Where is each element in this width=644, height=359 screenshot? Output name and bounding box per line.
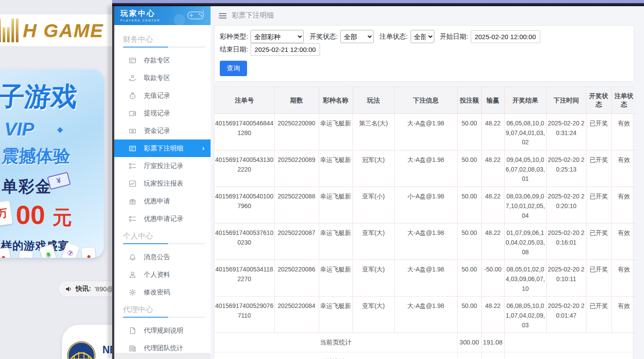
table-cell: 20250220089 [274, 150, 319, 187]
sidebar-item-label: 资金记录 [144, 127, 170, 135]
ticker-text: '890@ [95, 285, 113, 293]
column-header: 下注时间 [546, 87, 586, 114]
table-cell: 幸运飞艇新 [319, 260, 353, 297]
order-status-select[interactable]: 全部 [411, 30, 434, 43]
table-cell: 已开奖 [586, 150, 611, 187]
table-cell: 401569174005290767110 [215, 297, 274, 333]
table-cell: 20250220090 [274, 114, 319, 150]
summary-row: 当前页统计300.00191.08 [215, 333, 636, 352]
wallet-icon [129, 110, 136, 117]
top-strip-dark [112, 3, 644, 6]
player-center-panel: 玩家中心 PLAYERS CENTER 财务中心存款专区取款专区充值记录提现记录… [112, 0, 644, 359]
table-cell: 亚军(小) [353, 187, 394, 223]
banknote-icon [129, 127, 136, 135]
table-cell: 50.00 [457, 297, 481, 333]
table-cell: 幸运飞艇新 [319, 187, 353, 223]
money-bag-icon [129, 92, 136, 99]
list-check-icon [129, 215, 136, 223]
summary-winloss-total: 191.08 [481, 352, 504, 359]
hand-money-icon [129, 74, 136, 82]
table-cell: -50.00 [481, 260, 504, 297]
section-title: 代理中心 [123, 304, 211, 315]
table-cell: 401569174005341182270 [215, 260, 274, 297]
table-cell: 已开奖 [586, 297, 611, 333]
sidebar-item-bank-card[interactable]: 存款专区 [114, 51, 211, 69]
table-cell: 2025-02-20 20:10:11 [546, 260, 586, 297]
sidebar: 玩家中心 PLAYERS CENTER 财务中心存款专区取款专区充值记录提现记录… [114, 6, 211, 359]
mahjong-tile-decor: ● [81, 246, 97, 258]
table-cell: 48.22 [481, 114, 504, 150]
table-cell: 冠军(大) [353, 150, 394, 187]
hh-game-logo: H GAME [23, 20, 104, 41]
sidebar-item-gear[interactable]: 修改密码 [114, 283, 211, 301]
lottery-type-select[interactable]: 全部彩种 [251, 30, 304, 43]
sidebar-item-label: 优惠申请 [144, 197, 170, 205]
table-cell: 401569174005401007960 [215, 187, 274, 223]
summary-bet-total: 300.00 [457, 352, 481, 359]
sidebar-item-label: 优惠申请记录 [144, 215, 183, 223]
sidebar-item-user[interactable]: 个人资料 [114, 266, 211, 283]
table-cell: 幸运飞艇新 [319, 297, 353, 333]
draw-status-label: 开奖状态: [309, 33, 338, 41]
sidebar-item-list-card[interactable]: 彩票下注明细› [114, 139, 211, 157]
menu-toggle-icon[interactable] [218, 12, 227, 19]
table-cell: 幸运飞艇新 [319, 114, 353, 150]
sidebar-item-label: 个人资料 [144, 271, 170, 279]
table-cell: 有效 [611, 114, 636, 150]
query-button[interactable]: 查询 [220, 61, 247, 76]
banner-line5: 00 元 [16, 200, 72, 231]
table-cell: 亚军(大) [353, 297, 394, 333]
table-row: 40156917400529076711020250220084幸运飞艇新亚军(… [215, 297, 636, 333]
bets-table-wrap: 注单号期数彩种名称玩法下注信息投注额输赢开奖结果下注时间开奖状态注单状态 401… [214, 87, 633, 359]
table-cell: 有效 [611, 150, 636, 187]
sidebar-item-label: 代理规则说明 [144, 326, 183, 335]
table-cell: 20250220087 [274, 223, 319, 260]
sidebar-header: 玩家中心 PLAYERS CENTER [114, 6, 211, 25]
start-date-input[interactable] [471, 30, 540, 43]
ticker-label: 快讯: [76, 285, 91, 293]
summary-label: 总统计 [215, 352, 457, 359]
sidebar-item-newspaper[interactable]: 代理团队统计 [114, 339, 211, 357]
lottery-type-label: 彩种类型: [220, 33, 248, 41]
order-status-label: 注单状态: [379, 33, 408, 41]
column-header: 期数 [274, 87, 319, 114]
table-cell: 48.22 [481, 187, 504, 223]
sidebar-item-gift[interactable]: 优惠申请 [114, 192, 211, 210]
table-cell: 2025-02-20 20:01:47 [546, 297, 586, 333]
sidebar-item-money-bag[interactable]: 充值记录 [114, 87, 211, 104]
sidebar-item-list-check[interactable]: 厅室投注记录 [114, 157, 211, 175]
table-cell: 48.22 [481, 150, 504, 187]
column-header: 下注信息 [394, 87, 457, 114]
section-title: 个人中心 [123, 231, 211, 241]
promo-banner: 子游戏 VIP ◆ 震撼体验 单彩金 ¥ 万 00 元 样的游戏盛宴 ● ● ②… [0, 70, 104, 258]
top-strip-lavender [112, 0, 644, 3]
sidebar-item-hand-money[interactable]: 取款专区 [114, 69, 211, 87]
table-row: 40156917400543130222020250220089幸运飞艇新冠军(… [215, 150, 636, 187]
mahjong-tile-decor: 万 [0, 200, 13, 226]
table-cell: 20250220084 [274, 297, 319, 333]
table-cell: 48.22 [481, 297, 504, 333]
table-cell: 50.00 [457, 150, 481, 187]
sidebar-item-wallet[interactable]: 提现记录 [114, 104, 211, 122]
sidebar-item-banknote[interactable]: 资金记录 [114, 122, 211, 139]
table-header-row: 注单号期数彩种名称玩法下注信息投注额输赢开奖结果下注时间开奖状态注单状态 [215, 87, 636, 114]
column-header: 彩种名称 [319, 87, 353, 114]
sidebar-item-list-check[interactable]: 优惠申请记录 [114, 210, 211, 227]
banner-line6: 样的游戏盛宴 [1, 238, 69, 253]
end-date-input[interactable] [251, 43, 320, 56]
column-header: 开奖状态 [586, 87, 611, 114]
sidebar-item-document[interactable]: 代理规则说明 [114, 322, 211, 339]
page-title: 彩票下注明细 [232, 11, 274, 20]
column-header: 注单状态 [611, 87, 636, 114]
table-row: 40156917400540100796020250220088幸运飞艇新亚军(… [215, 187, 636, 223]
table-cell: 06,05,08,10,09,07,04,01,03,02 [504, 114, 546, 150]
sidebar-item-bell[interactable]: 消息公告 [114, 248, 211, 266]
speaker-icon [65, 286, 72, 293]
table-cell: 401569174005468441280 [215, 114, 274, 150]
summary-winloss-total: 191.08 [481, 333, 504, 352]
sidebar-item-chart-report[interactable]: 玩家投注报表 [114, 175, 211, 192]
table-cell: 大-A盘@1.98 [394, 297, 457, 333]
draw-status-select[interactable]: 全部 [340, 30, 374, 43]
section-underline [123, 243, 205, 244]
table-cell: 01,07,09,06,10,04,02,05,03,08 [504, 223, 546, 260]
